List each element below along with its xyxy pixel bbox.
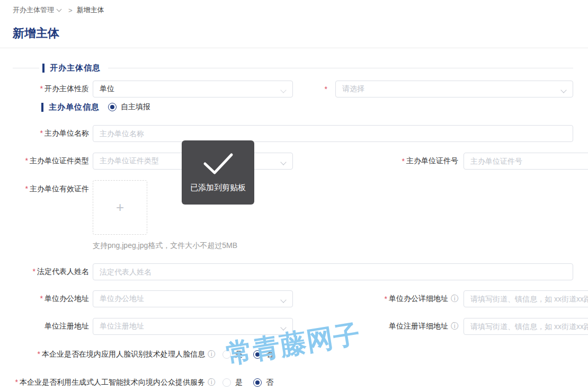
upload-hint: 支持png,jpeg,jpg格式，文件大小不超过5MB	[93, 241, 237, 251]
info-icon[interactable]: ⓘ	[208, 378, 215, 386]
chevron-down-icon[interactable]	[57, 7, 62, 12]
required-mark: *	[15, 378, 18, 386]
cert-no-label: *主办单位证件号	[402, 156, 458, 166]
section-title-organizer-info: 主办单位信息	[49, 102, 100, 112]
required-mark: *	[325, 85, 327, 93]
row-office-addr: *单位办公地址 单位办公地址 *单位办公详细地址ⓘ	[13, 290, 573, 307]
required-mark: *	[40, 294, 43, 303]
office-addr-detail-input[interactable]	[464, 290, 588, 307]
required-mark: *	[385, 295, 387, 303]
section-line-left	[13, 68, 39, 68]
ai-question-no-radio[interactable]	[253, 378, 262, 387]
required-mark: *	[38, 350, 40, 358]
legal-name-label: *法定代表人姓名	[13, 267, 89, 277]
row-valid-cert: *主办单位有效证件 + 支持png,jpeg,jpg格式，文件大小不超过5MB	[13, 180, 573, 251]
ai-question-yes-label: 是	[235, 378, 243, 387]
form: 开办主体信息 *开办主体性质 单位 * 请选择 主办单位信息	[0, 48, 588, 389]
clipboard-toast: 已添加到剪贴板	[182, 140, 254, 205]
row-org-name: *主办单位名称	[13, 125, 573, 142]
section-organizer-info: 主办单位信息 自主填报	[13, 102, 573, 112]
toast-message: 已添加到剪贴板	[190, 183, 246, 193]
breadcrumb-separator: >	[68, 6, 73, 14]
subject-nature-label: *开办主体性质	[13, 84, 89, 94]
subject-nature-value: 单位	[100, 84, 114, 94]
check-icon	[201, 152, 236, 175]
legal-name-input[interactable]	[93, 263, 573, 280]
valid-cert-label: *主办单位有效证件	[13, 180, 89, 194]
upload-button[interactable]: +	[93, 180, 147, 235]
office-addr-placeholder: 单位办公地址	[100, 294, 144, 304]
subject-type-placeholder: 请选择	[342, 84, 364, 94]
plus-icon: +	[116, 199, 124, 216]
section-bar	[41, 103, 43, 112]
reg-addr-label: 单位注册地址	[13, 322, 89, 331]
self-report-radio-group: 自主填报	[108, 102, 150, 112]
office-addr-detail-group: *单位办公详细地址ⓘ	[385, 290, 573, 307]
office-addr-detail-label: *单位办公详细地址ⓘ	[385, 294, 458, 304]
face-question-yes-label: 是	[235, 350, 243, 359]
required-mark: *	[40, 129, 43, 137]
section-line-right	[108, 68, 573, 68]
self-report-radio-label: 自主填报	[121, 102, 150, 112]
row-legal-name: *法定代表人姓名	[13, 263, 573, 280]
info-icon[interactable]: ⓘ	[451, 322, 458, 331]
reg-addr-select[interactable]: 单位注册地址	[93, 318, 293, 335]
chevron-down-icon	[280, 297, 286, 303]
page-title: 新增主体	[13, 25, 59, 41]
face-question-label: *本企业是否在境内应用人脸识别技术处理人脸信息ⓘ	[13, 350, 215, 359]
reg-addr-detail-label: 单位注册详细地址ⓘ	[389, 322, 458, 331]
chevron-down-icon	[280, 159, 286, 165]
org-name-input[interactable]	[93, 125, 573, 142]
breadcrumb-item-new-subject: 新增主体	[77, 5, 104, 15]
section-bar	[42, 64, 44, 73]
required-mark: *	[25, 184, 28, 193]
required-mark: *	[25, 156, 28, 165]
row-ai-question: *本企业是否利用生成式人工智能技术向境内公众提供服务ⓘ 是 否	[13, 376, 573, 389]
row-cert: *主办单位证件类型 主办单位证件类型 *主办单位证件号	[13, 153, 573, 170]
cert-type-label: *主办单位证件类型	[13, 156, 89, 166]
subject-nature-select[interactable]: 单位	[93, 81, 293, 98]
section-subject-info: 开办主体信息	[13, 63, 573, 73]
ai-question-no-label: 否	[266, 378, 273, 387]
reg-addr-detail-input[interactable]	[464, 318, 588, 335]
required-mark: *	[33, 267, 35, 276]
row-face-question: *本企业是否在境内应用人脸识别技术处理人脸信息ⓘ 是 否	[13, 348, 573, 361]
chevron-down-icon	[280, 324, 286, 330]
self-report-radio[interactable]	[108, 103, 117, 111]
office-addr-label: *单位办公地址	[13, 294, 89, 304]
face-question-no-radio[interactable]	[253, 350, 262, 359]
subject-type-select[interactable]: 请选择	[335, 81, 573, 98]
info-icon[interactable]: ⓘ	[451, 294, 458, 304]
info-icon[interactable]: ⓘ	[208, 350, 215, 358]
office-addr-select[interactable]: 单位办公地址	[93, 290, 293, 307]
page: 开办主体管理 > 新增主体 新增主体 开办主体信息 *开办主体性质 单位 * 请…	[0, 0, 588, 390]
required-mark: *	[40, 84, 43, 93]
breadcrumb: 开办主体管理 > 新增主体	[13, 5, 104, 15]
cert-no-group: *主办单位证件号	[402, 153, 573, 170]
face-question-radios: 是 否	[222, 350, 273, 359]
chevron-down-icon	[560, 87, 566, 93]
cert-no-input[interactable]	[464, 153, 588, 170]
section-title-subject-info: 开办主体信息	[50, 63, 101, 73]
reg-addr-detail-group: 单位注册详细地址ⓘ	[389, 318, 573, 335]
chevron-down-icon	[280, 87, 286, 93]
cert-type-placeholder: 主办单位证件类型	[100, 156, 159, 166]
row-subject-nature: *开办主体性质 单位 * 请选择	[13, 81, 573, 98]
face-question-yes-radio[interactable]	[222, 350, 231, 359]
org-name-label: *主办单位名称	[13, 129, 89, 138]
row-reg-addr: 单位注册地址 单位注册地址 单位注册详细地址ⓘ	[13, 318, 573, 335]
ai-question-radios: 是 否	[222, 378, 273, 387]
face-question-no-label: 否	[266, 350, 273, 359]
subject-type-group: * 请选择	[325, 81, 573, 98]
breadcrumb-item-subject-management[interactable]: 开办主体管理	[13, 5, 54, 15]
ai-question-label: *本企业是否利用生成式人工智能技术向境内公众提供服务ⓘ	[13, 378, 215, 387]
required-mark: *	[402, 157, 405, 165]
ai-question-yes-radio[interactable]	[222, 378, 231, 387]
reg-addr-placeholder: 单位注册地址	[100, 322, 144, 331]
